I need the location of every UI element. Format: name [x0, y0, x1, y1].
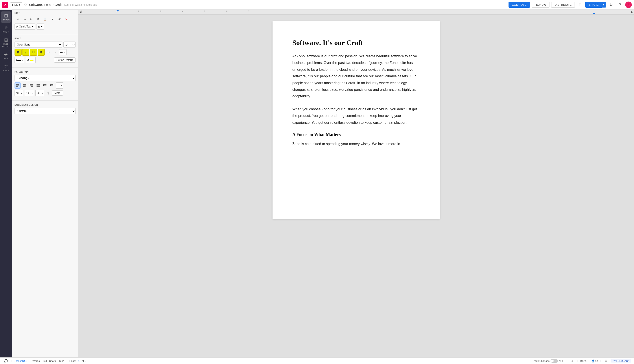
line-spacing-icon: ↕	[56, 84, 60, 87]
paragraph-style-select[interactable]: Heading 2	[15, 75, 76, 81]
last-edit-label: Last edit was 2 minutes ago	[64, 3, 97, 6]
distribute-button[interactable]: DISTRIBUTE	[551, 2, 575, 8]
edit-section-title: EDIT	[15, 12, 76, 14]
line-spacing-button[interactable]: ↕ ▾	[56, 82, 63, 88]
zoom-label[interactable]: 100%	[580, 360, 586, 362]
document-title: Software. It's our Craft	[29, 3, 62, 6]
share-button[interactable]: SHARE	[586, 2, 602, 8]
language-label[interactable]: English(US)	[14, 360, 27, 362]
increase-indent-button[interactable]	[49, 82, 55, 88]
align-left-button[interactable]	[15, 82, 21, 88]
undo-button[interactable]: ↩	[15, 16, 21, 22]
redo-button[interactable]: ↪	[21, 16, 28, 22]
subscript-button[interactable]: x₂	[52, 49, 58, 56]
divider-1	[12, 34, 78, 34]
compose-button[interactable]: COMPOSE	[509, 2, 530, 8]
feedback-button[interactable]: ✉ FEEDBACK	[611, 359, 631, 363]
case-select[interactable]: Aa ▾	[59, 49, 67, 56]
file-menu-button[interactable]: FILE ▾	[10, 2, 22, 7]
doc-paragraph-2[interactable]: When you choose Zoho for your business o…	[292, 106, 420, 126]
grid-button[interactable]: ⊞	[569, 358, 575, 364]
outline-icon: ◦≡	[36, 92, 41, 94]
comment-button[interactable]: 💬	[3, 358, 9, 364]
status-divider-5: |	[577, 360, 578, 362]
status-divider-6: |	[589, 360, 589, 362]
avatar[interactable]: A	[625, 2, 632, 8]
italic-button[interactable]: I	[22, 49, 29, 56]
ruler-num-1: 1	[116, 10, 117, 12]
bullet-list-button[interactable]: •≡ ▾	[15, 90, 23, 96]
format-paint-button[interactable]: 🖌	[56, 16, 63, 22]
font-family-select[interactable]: Open Sans	[15, 42, 62, 48]
chars-count: 1304	[59, 360, 65, 362]
review-button[interactable]: REVIEW	[532, 2, 549, 8]
help-button[interactable]: ?	[616, 1, 623, 8]
close-button[interactable]: ✕	[2, 2, 8, 8]
sidebar-item-view[interactable]: ◉ VIEW	[1, 50, 11, 61]
status-divider-3: |	[67, 360, 67, 362]
settings-icon: ⚙	[609, 3, 613, 7]
page-of: of 2	[82, 360, 86, 362]
doc-paragraph-1[interactable]: At Zoho, software is our craft and passi…	[292, 53, 420, 100]
doc-paragraph-3[interactable]: Zoho is committed to spending your money…	[292, 141, 420, 147]
outline-list-button[interactable]: ◦≡ ▾	[36, 90, 44, 96]
chars-label: Chars:	[49, 360, 57, 362]
settings-button[interactable]: ⚙	[607, 1, 615, 8]
doc-area[interactable]: Software. It's our Craft At Zoho, softwa…	[78, 14, 634, 358]
statusbar: 💬 | English(US) | Words: 223 Chars: 1304…	[0, 358, 634, 364]
case-arrow: ▾	[64, 51, 66, 54]
font-color-swatch	[18, 60, 21, 61]
view-mode-button[interactable]: ☰	[603, 358, 609, 364]
quick-text-select[interactable]: A Quick Text ▾	[15, 24, 35, 30]
highlight-swatch	[30, 60, 33, 61]
align-justify-button[interactable]	[35, 82, 41, 88]
doc-page: Software. It's our Craft At Zoho, softwa…	[273, 21, 440, 219]
numbered-list-button[interactable]: 1≡ ▾	[25, 90, 34, 96]
file-label: FILE	[12, 3, 18, 6]
cut-button[interactable]: ✂	[28, 16, 34, 22]
strikethrough-button[interactable]: S	[38, 49, 45, 56]
track-changes-toggle[interactable]	[551, 359, 558, 363]
paragraph-mark-button[interactable]: ¶	[45, 90, 51, 96]
doc-heading-2: A Focus on What Matters	[292, 132, 420, 137]
align-right-button[interactable]	[28, 82, 34, 88]
ruler-right-arrow[interactable]: ▶	[631, 11, 633, 13]
superscript-button[interactable]: x²	[45, 49, 52, 56]
right-margin-marker[interactable]	[593, 12, 595, 14]
page-layout-icon: ▤	[4, 37, 8, 42]
quick-text-arrow: ▾	[32, 25, 34, 28]
more-button[interactable]: More	[52, 90, 63, 96]
merge-select[interactable]: ⊞ ▾	[37, 24, 44, 30]
highlight-color-button[interactable]: A ▾	[26, 57, 36, 63]
bold-button[interactable]: B	[15, 49, 22, 56]
tools-icon: ⚒	[4, 64, 8, 69]
track-changes-control: Track Changes OFF	[533, 359, 564, 363]
decrease-indent-button[interactable]	[42, 82, 48, 88]
align-center-button[interactable]	[21, 82, 28, 88]
sidebar-item-page-layout[interactable]: ▤ PAGE LAYOUT	[1, 36, 11, 49]
share-dropdown-button[interactable]: ▾	[602, 2, 606, 7]
sidebar-item-insert[interactable]: ⊕ INSERT	[1, 24, 11, 35]
edit-section: EDIT ↩ ↪ ✂ ⧉ 📋 ▾ 🖌 ✕ A Quick Text ▾ ⊞	[12, 10, 78, 33]
favorite-icon[interactable]: ☆	[24, 3, 27, 7]
sidebar-page-layout-label: PAGE LAYOUT	[2, 43, 10, 47]
ruler-left-arrow[interactable]: ◀	[79, 11, 81, 13]
outline-arrow: ▾	[41, 92, 44, 94]
sidebar-item-format[interactable]: ◫ FORMAT	[1, 12, 11, 23]
feedback-icon: ✉	[613, 360, 615, 362]
paste-dropdown-button[interactable]: ▾	[49, 16, 56, 22]
users-icon: 👤	[591, 360, 595, 362]
document-design-select[interactable]: Custom	[15, 108, 76, 114]
paste-button[interactable]: 📋	[42, 16, 48, 22]
sidebar-item-tools[interactable]: ⚒ TOOLS	[1, 62, 11, 74]
quick-text-row: A Quick Text ▾ ⊞ ▾	[15, 24, 76, 30]
underline-button[interactable]: U	[30, 49, 37, 56]
page-current: 1	[78, 360, 80, 362]
presentation-icon[interactable]: ⊡	[576, 1, 584, 8]
copy-button[interactable]: ⧉	[35, 16, 41, 22]
font-size-select[interactable]: 14	[63, 42, 76, 48]
font-color-label: A	[16, 58, 18, 62]
clear-format-button[interactable]: ✕	[63, 16, 69, 22]
set-default-button[interactable]: Set as Default	[54, 57, 76, 63]
font-color-button[interactable]: A ▾	[15, 57, 24, 63]
